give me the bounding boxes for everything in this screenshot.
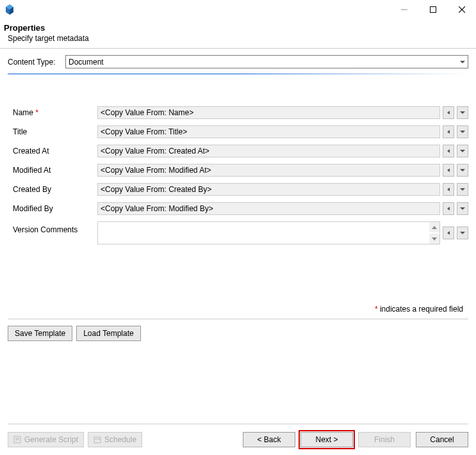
next-button[interactable]: Next >	[300, 432, 353, 447]
content-type-select[interactable]: Document	[65, 55, 468, 68]
generate-script-button[interactable]: Generate Script	[8, 432, 84, 447]
field-back-button[interactable]	[443, 125, 454, 138]
schedule-button[interactable]: Schedule	[88, 432, 142, 447]
svg-marker-4	[432, 226, 437, 229]
schedule-icon	[94, 436, 101, 443]
field-label: Created By	[8, 185, 97, 194]
field-back-button[interactable]	[443, 227, 454, 239]
cancel-button[interactable]: Cancel	[416, 432, 468, 447]
field-dropdown-button[interactable]	[457, 125, 468, 138]
save-template-button[interactable]: Save Template	[8, 326, 72, 341]
field-row: Modified By<Copy Value From: Modified By…	[8, 202, 468, 215]
footer-divider	[8, 424, 468, 424]
required-asterisk: *	[33, 108, 38, 117]
minimize-button[interactable]	[390, 0, 418, 19]
field-label: Modified At	[8, 166, 97, 175]
svg-rect-1	[430, 7, 436, 13]
field-dropdown-button[interactable]	[457, 164, 468, 177]
field-back-button[interactable]	[443, 164, 454, 177]
required-text: indicates a required field	[378, 305, 463, 314]
field-input[interactable]: <Copy Value From: Modified At>	[97, 164, 440, 177]
close-button[interactable]	[447, 0, 476, 19]
section-divider	[8, 74, 468, 74]
required-note: * indicates a required field	[8, 302, 468, 317]
field-row: Created By<Copy Value From: Created By>	[8, 183, 468, 196]
field-row: Created At<Copy Value From: Created At>	[8, 145, 468, 157]
field-dropdown-button[interactable]	[457, 183, 468, 196]
header: Properties Specify target metadata	[0, 19, 476, 49]
svg-rect-9	[94, 437, 101, 443]
titlebar	[0, 0, 476, 19]
field-input[interactable]: <Copy Value From: Title>	[97, 125, 440, 138]
field-input[interactable]: <Copy Value From: Modified By>	[97, 202, 440, 215]
page-title: Properties	[4, 23, 468, 33]
field-label: Title	[8, 127, 97, 136]
script-icon	[13, 436, 21, 443]
page-subtitle: Specify target metadata	[8, 34, 468, 43]
content-type-value: Document	[69, 58, 104, 67]
field-dropdown-button[interactable]	[457, 106, 468, 119]
field-label: Created At	[8, 147, 97, 156]
field-row: Name *<Copy Value From: Name>	[8, 106, 468, 119]
svg-marker-5	[432, 237, 437, 241]
maximize-button[interactable]	[418, 0, 447, 19]
load-template-button[interactable]: Load Template	[76, 326, 141, 341]
field-dropdown-button[interactable]	[457, 227, 468, 239]
app-icon	[4, 4, 15, 15]
scroll-down-icon[interactable]	[429, 234, 439, 244]
chevron-down-icon	[460, 61, 465, 63]
field-back-button[interactable]	[443, 106, 454, 119]
field-label: Modified By	[8, 204, 97, 213]
content-type-label: Content Type:	[8, 58, 65, 67]
back-button[interactable]: < Back	[243, 432, 295, 447]
finish-button[interactable]: Finish	[358, 432, 411, 447]
field-back-button[interactable]	[443, 145, 454, 157]
field-back-button[interactable]	[443, 202, 454, 215]
version-comments-label: Version Comments	[8, 221, 97, 234]
scroll-up-icon[interactable]	[429, 222, 439, 232]
field-back-button[interactable]	[443, 183, 454, 196]
field-input[interactable]: <Copy Value From: Name>	[97, 106, 440, 119]
version-comments-input[interactable]	[97, 221, 440, 244]
field-input[interactable]: <Copy Value From: Created At>	[97, 145, 440, 157]
field-dropdown-button[interactable]	[457, 145, 468, 157]
textarea-scrollbar	[429, 222, 439, 244]
divider	[8, 319, 468, 319]
field-dropdown-button[interactable]	[457, 202, 468, 215]
field-input[interactable]: <Copy Value From: Created By>	[97, 183, 440, 196]
field-label: Name *	[8, 108, 97, 117]
field-row: Title<Copy Value From: Title>	[8, 125, 468, 138]
field-row: Modified At<Copy Value From: Modified At…	[8, 164, 468, 177]
